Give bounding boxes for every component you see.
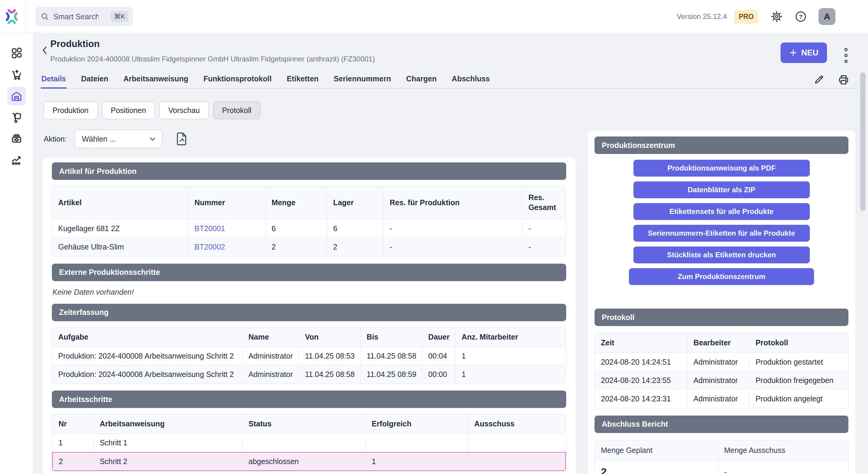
page-subtitle: Produktion 2024-400008 Ultraslim Fidgets… bbox=[50, 55, 375, 63]
table-row: 2024-08-20 14:23:31 Administrator Produk… bbox=[595, 390, 848, 408]
action-select[interactable]: Wählen ... bbox=[74, 130, 162, 148]
new-button[interactable]: NEU bbox=[781, 42, 827, 63]
print-icon[interactable] bbox=[838, 74, 849, 86]
sidebar-item-dashboard[interactable] bbox=[7, 44, 26, 62]
column-header: Aufgabe bbox=[52, 327, 242, 347]
section-header-zeiterfassung: Zeiterfassung bbox=[52, 304, 566, 321]
workstep-row-selected[interactable]: 2 Schritt 2 abgeschlossen 1 bbox=[53, 452, 566, 471]
menge-geplant-value: 2 bbox=[595, 460, 718, 474]
tab-etiketten[interactable]: Etiketten bbox=[286, 72, 319, 88]
table-row: Gehäuse Ultra-Slim BT20002 2 2 - - bbox=[52, 238, 566, 256]
subtab-protokoll[interactable]: Protokoll bbox=[213, 101, 260, 119]
column-header: Lager bbox=[327, 186, 383, 219]
button-stueckliste-etiketten[interactable]: Stückliste als Etiketten drucken bbox=[633, 247, 810, 263]
column-header: Dauer bbox=[422, 327, 456, 347]
abschluss-table: Menge Geplant Menge Ausschuss 2 - bbox=[594, 440, 848, 474]
button-zum-produktionszentrum[interactable]: Zum Produktionszentrum bbox=[629, 268, 814, 285]
search-input[interactable] bbox=[53, 12, 99, 21]
column-header: Nr bbox=[53, 414, 93, 434]
protokoll-table: Zeit Bearbeiter Protokoll 2024-08-20 14:… bbox=[594, 333, 848, 408]
tab-bar: Details Dateien Arbeitsanweisung Funktio… bbox=[41, 72, 858, 89]
cash-icon bbox=[10, 133, 23, 145]
column-header: Res. für Produktion bbox=[383, 186, 522, 219]
menge-ausschuss-value: - bbox=[718, 460, 848, 474]
page-title: Produktion bbox=[50, 38, 100, 50]
subtab-vorschau[interactable]: Vorschau bbox=[159, 101, 209, 119]
column-header: Anz. Mitarbeiter bbox=[456, 327, 566, 347]
column-header: Menge Ausschuss bbox=[718, 441, 848, 461]
dashboard-grid-icon bbox=[10, 47, 23, 59]
edit-pencil-icon[interactable] bbox=[814, 74, 825, 86]
table-row: Produktion: 2024-400008 Arbeitsanweisung… bbox=[52, 347, 566, 365]
column-header: Artikel bbox=[52, 186, 188, 219]
scrollbar-thumb[interactable] bbox=[860, 72, 866, 211]
svg-text:?: ? bbox=[799, 13, 803, 20]
keyboard-shortcut-badge: ⌘K bbox=[111, 11, 128, 22]
column-header: Zeit bbox=[595, 333, 687, 353]
action-label: Aktion: bbox=[44, 135, 67, 144]
main-content-card: Artikel für Produktion Artikel Nummer Me… bbox=[42, 158, 576, 474]
workstep-row[interactable]: 1 Schritt 1 bbox=[53, 434, 566, 452]
settings-gear-icon[interactable] bbox=[771, 11, 782, 22]
sidebar-item-finance[interactable] bbox=[7, 130, 26, 148]
plus-icon bbox=[789, 49, 798, 57]
empty-state-message: Keine Daten vorhanden! bbox=[53, 288, 566, 296]
section-header-artikel: Artikel für Produktion bbox=[52, 162, 566, 180]
column-header: Arbeitsanweisung bbox=[93, 414, 242, 434]
tab-dateien[interactable]: Dateien bbox=[81, 72, 109, 88]
column-header: Status bbox=[242, 414, 365, 434]
column-header: Nummer bbox=[188, 186, 266, 219]
column-header: Protokoll bbox=[749, 333, 848, 353]
tab-chargen[interactable]: Chargen bbox=[405, 72, 437, 88]
subtab-produktion[interactable]: Produktion bbox=[43, 101, 98, 119]
table-row: 2 - bbox=[595, 460, 848, 474]
kebab-menu[interactable] bbox=[842, 47, 850, 64]
column-header: Name bbox=[242, 327, 299, 347]
column-header: Ausschuss bbox=[468, 414, 566, 434]
button-datenblaetter-zip[interactable]: Datenblätter als ZIP bbox=[633, 181, 810, 198]
column-header: Von bbox=[299, 327, 360, 347]
smart-search-bar[interactable]: ⌘K bbox=[35, 7, 133, 26]
tab-seriennummern[interactable]: Seriennummern bbox=[333, 72, 392, 88]
subtab-positionen[interactable]: Positionen bbox=[102, 101, 155, 119]
button-etikettensets[interactable]: Etikettensets für alle Produkte bbox=[633, 203, 810, 220]
table-row: 2024-08-20 14:23:55 Administrator Produk… bbox=[595, 371, 848, 390]
section-header-protokoll: Protokoll bbox=[594, 309, 848, 326]
subtab-bar: Produktion Positionen Vorschau Protokoll bbox=[43, 101, 260, 119]
table-row: Kugellager 681 2Z BT20001 6 6 - - bbox=[52, 219, 566, 238]
help-icon[interactable]: ? bbox=[795, 11, 806, 22]
search-icon bbox=[41, 12, 49, 21]
trend-chart-icon bbox=[10, 154, 23, 166]
column-header: Menge bbox=[265, 186, 327, 219]
sidebar bbox=[0, 33, 33, 474]
section-header-abschluss-bericht: Abschluss Bericht bbox=[594, 415, 848, 433]
article-link[interactable]: BT20002 bbox=[194, 243, 225, 251]
side-panel-card: Produktionszentrum Produktionsanweisung … bbox=[587, 130, 856, 474]
version-label: Version 25.12.4 bbox=[677, 12, 727, 21]
column-header: Bearbeiter bbox=[687, 333, 749, 353]
zeiterfassung-table: Aufgabe Name Von Bis Dauer Anz. Mitarbei… bbox=[52, 327, 566, 384]
pro-badge: PRO bbox=[734, 10, 758, 24]
artikel-table: Artikel Nummer Menge Lager Res. für Prod… bbox=[52, 186, 566, 256]
sidebar-item-reports[interactable] bbox=[7, 151, 26, 169]
app-logo[interactable] bbox=[5, 8, 19, 24]
back-button[interactable] bbox=[39, 44, 51, 57]
section-header-arbeitsschritte: Arbeitsschritte bbox=[52, 390, 566, 408]
tab-funktionsprotokoll[interactable]: Funktionsprotokoll bbox=[203, 72, 272, 88]
pdf-export-icon[interactable] bbox=[176, 132, 187, 146]
tab-abschluss[interactable]: Abschluss bbox=[451, 72, 490, 88]
section-header-externe-schritte: Externe Produktionsschritte bbox=[52, 264, 566, 281]
column-header: Menge Geplant bbox=[595, 441, 718, 461]
user-avatar[interactable]: A bbox=[818, 8, 835, 25]
sidebar-item-purchase[interactable] bbox=[7, 65, 26, 84]
hand-truck-icon bbox=[10, 112, 23, 124]
sidebar-item-warehouse[interactable] bbox=[7, 87, 26, 105]
sidebar-item-logistics[interactable] bbox=[7, 108, 26, 127]
column-header: Res. Gesamt bbox=[522, 186, 566, 219]
tab-details[interactable]: Details bbox=[41, 72, 67, 89]
article-link[interactable]: BT20001 bbox=[194, 224, 225, 233]
button-produktionsanweisung-pdf[interactable]: Produktionsanweisung als PDF bbox=[633, 160, 810, 177]
button-seriennummern-etiketten[interactable]: Seriennummern-Etiketten für alle Produkt… bbox=[633, 225, 810, 242]
table-row: 2024-08-20 14:24:51 Administrator Produk… bbox=[595, 353, 848, 371]
tab-arbeitsanweisung[interactable]: Arbeitsanweisung bbox=[123, 72, 189, 88]
